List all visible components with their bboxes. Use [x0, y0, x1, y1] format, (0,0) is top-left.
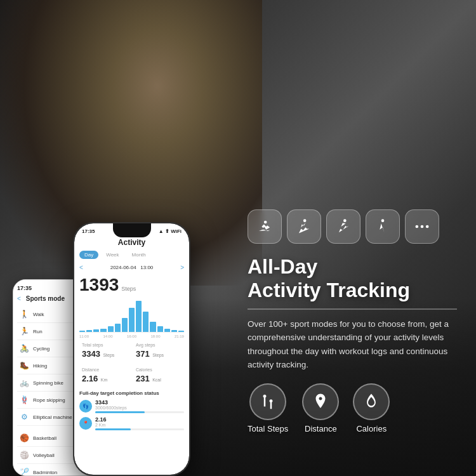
more-icon — [413, 218, 431, 235]
progress-steps-target: 3000/6000steps — [95, 406, 184, 410]
progress-distance-target: 2 Km — [95, 423, 184, 427]
phone-front-content: Activity Day Week Month < 2024-06-04 13:… — [74, 234, 189, 475]
elliptical-icon: ⚙ — [18, 411, 30, 423]
distance-icon — [311, 392, 330, 411]
activity-chart: 11:0014:0016:0018:0021:19 — [79, 298, 184, 333]
front-screen-title: Activity — [79, 238, 184, 247]
phone-front: 17:35 ▲ ⬆ WiFi Activity Day Week Month <… — [73, 222, 190, 476]
steps-number: 1393 — [79, 275, 119, 295]
progress-steps: 👣 3343 3000/6000steps — [79, 399, 184, 413]
front-phone-time: 17:35 — [82, 228, 95, 234]
steps-display: 1393 Steps — [79, 275, 184, 295]
back-arrow-icon[interactable]: < — [17, 295, 21, 302]
tab-row: Day Week Month — [79, 251, 184, 259]
chart-bar-7 — [122, 318, 128, 332]
svg-point-1 — [343, 219, 347, 222]
steps-unit: Steps — [121, 286, 136, 292]
hiking-icon: 🥾 — [18, 360, 30, 371]
tab-month[interactable]: Month — [127, 251, 151, 259]
progress-steps-icon: 👣 — [79, 400, 92, 413]
run-icon: 🏃 — [18, 326, 30, 337]
progress-steps-fill — [95, 411, 145, 413]
chart-bar-11 — [150, 322, 155, 332]
stat-avg-steps-label: Avg steps — [136, 343, 182, 347]
chart-bar-6 — [115, 324, 121, 332]
progress-distance-info: 2.16 2 Km — [95, 416, 184, 430]
distance-label: Distance — [305, 424, 337, 433]
progress-distance: 📍 2.16 2 Km — [79, 416, 184, 430]
badminton-icon: 🏸 — [18, 466, 30, 476]
svg-point-4 — [421, 225, 424, 228]
svg-point-0 — [303, 219, 307, 222]
stat-calories-value: 231 Kcal — [136, 373, 182, 384]
chart-bar-12 — [157, 326, 163, 332]
date-navigation: < 2024-06-04 13:00 > — [79, 264, 184, 271]
spinning-icon: 🚲 — [18, 377, 30, 388]
tab-week[interactable]: Week — [101, 251, 124, 259]
phones-container: 17:35 ▲ WiFi < Sports mode 🚶 Walk 🏃 Run … — [13, 203, 209, 476]
progress-steps-value: 3343 — [95, 399, 184, 406]
phone-notch — [113, 223, 151, 237]
activity-icon-running[interactable] — [287, 209, 321, 244]
right-content-panel: All-Day Activity Tracking Over 100+ spor… — [248, 209, 457, 433]
phone-front-screen: 17:35 ▲ ⬆ WiFi Activity Day Week Month <… — [74, 223, 189, 475]
phone-back-time: 17:35 — [17, 285, 32, 291]
rope-icon: 🪢 — [18, 394, 30, 406]
chart-bar-2 — [86, 330, 92, 332]
chart-bar-4 — [100, 329, 106, 332]
metrics-row: Total Steps Distance Calories — [248, 383, 457, 433]
stat-avg-steps: Avg steps 371 Steps — [133, 340, 184, 362]
activity-icon-swimming[interactable] — [248, 209, 282, 244]
chart-bar-9 — [136, 301, 142, 332]
footsteps-icon — [258, 392, 277, 411]
stat-avg-steps-value: 371 Steps — [136, 348, 182, 359]
full-day-label: Full-day target completion status — [79, 390, 184, 396]
activity-icon-more[interactable] — [405, 209, 439, 244]
chart-axis: 11:0014:0016:0018:0021:19 — [79, 334, 184, 338]
activity-icon-sprinting[interactable] — [326, 209, 360, 244]
chart-bar-5 — [108, 326, 114, 332]
progress-distance-bar — [95, 428, 184, 430]
progress-distance-value: 2.16 — [95, 416, 184, 423]
metric-calories: Calories — [353, 383, 390, 433]
chart-bar-13 — [164, 329, 170, 332]
swimming-icon — [256, 218, 274, 235]
sprinting-icon — [334, 218, 352, 235]
stat-total-steps: Total steps 3343 Steps — [79, 340, 130, 362]
stat-distance-value: 2.16 Km — [82, 373, 128, 384]
walk-icon: 🚶 — [18, 308, 30, 320]
running-icon — [295, 218, 313, 235]
calories-label: Calories — [356, 424, 387, 433]
stat-distance-label: Distance — [82, 367, 128, 372]
stat-calories-label: Calories — [136, 367, 182, 372]
stat-calories: Calories 231 Kcal — [133, 365, 184, 387]
chart-bar-1 — [79, 331, 85, 332]
chart-bar-3 — [93, 329, 99, 332]
cycling-icon: 🚴 — [18, 343, 30, 354]
walking-icon — [374, 218, 392, 235]
total-steps-icon-circle — [249, 383, 286, 420]
chart-bar-14 — [171, 330, 177, 332]
stats-grid: Total steps 3343 Steps Avg steps 371 Ste… — [79, 340, 184, 387]
progress-steps-bar — [95, 411, 184, 413]
calories-icon — [362, 392, 381, 411]
date-display: 2024-06-04 13:00 — [110, 265, 154, 270]
activity-tracking-title: All-Day Activity Tracking — [248, 255, 457, 302]
tab-day[interactable]: Day — [79, 251, 98, 259]
stat-distance: Distance 2.16 Km — [79, 365, 130, 387]
calories-icon-circle — [353, 383, 390, 420]
svg-point-2 — [381, 219, 385, 222]
activity-icons-row — [248, 209, 457, 244]
metric-total-steps: Total Steps — [248, 383, 288, 433]
chart-bar-15 — [178, 331, 184, 332]
next-date-button[interactable]: > — [180, 264, 184, 271]
distance-icon-circle — [302, 383, 339, 420]
title-divider — [248, 308, 457, 310]
svg-point-5 — [426, 225, 429, 228]
progress-distance-fill — [95, 428, 131, 430]
svg-point-3 — [416, 225, 419, 228]
progress-steps-info: 3343 3000/6000steps — [95, 399, 184, 413]
prev-date-button[interactable]: < — [79, 264, 83, 271]
activity-icon-walking[interactable] — [366, 209, 400, 244]
chart-bar-10 — [143, 312, 149, 332]
